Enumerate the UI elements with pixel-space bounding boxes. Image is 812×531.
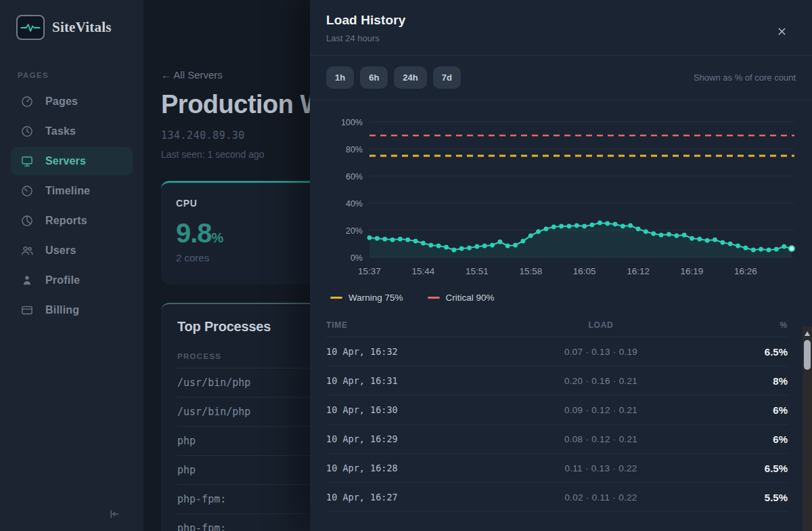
svg-text:60%: 60%: [346, 172, 363, 182]
row-percent: 8%: [727, 375, 788, 387]
row-percent: 6.5%: [727, 463, 788, 474]
row-load: 0.08 · 0.12 · 0.21: [475, 434, 727, 444]
range-button-6h[interactable]: 6h: [360, 66, 388, 89]
svg-text:40%: 40%: [346, 199, 363, 209]
legend-swatch-icon: [428, 297, 440, 299]
collapse-left-icon: [107, 507, 120, 521]
range-button-1h[interactable]: 1h: [326, 66, 354, 89]
load-table-row: 10 Apr, 16:300.09 · 0.12 · 0.216%: [326, 396, 788, 425]
sidebar-item-profile[interactable]: Profile: [11, 266, 133, 295]
svg-text:0%: 0%: [351, 253, 363, 263]
load-table-row: 10 Apr, 16:310.20 · 0.16 · 0.218%: [326, 366, 788, 396]
svg-text:16:19: 16:19: [681, 266, 704, 276]
pie-icon: [20, 214, 34, 228]
legend-item: Critical 90%: [428, 293, 495, 303]
gauge-icon: [20, 95, 34, 108]
sidebar-collapse-button[interactable]: [104, 505, 123, 526]
row-load: 0.20 · 0.16 · 0.21: [475, 376, 727, 386]
load-table: TIME LOAD % 10 Apr, 16:320.07 · 0.13 · 0…: [310, 312, 812, 531]
close-modal-button[interactable]: [775, 24, 789, 41]
close-icon: [776, 26, 788, 37]
svg-text:15:51: 15:51: [466, 266, 489, 276]
row-time: 10 Apr, 16:29: [326, 433, 475, 444]
chart-area: 0%20%40%60%80%100%15:3715:4415:5115:5816…: [310, 100, 812, 284]
row-load: 0.07 · 0.13 · 0.19: [475, 347, 727, 357]
load-table-row: 10 Apr, 16:290.08 · 0.12 · 0.216%: [326, 425, 788, 454]
cpu-cores: 2 cores: [176, 252, 323, 263]
back-to-servers-link[interactable]: ← All Servers: [161, 69, 223, 81]
monitor-icon: [20, 154, 34, 168]
sidebar-item-label: Billing: [45, 304, 79, 316]
scrollbar-thumb[interactable]: [804, 340, 811, 370]
row-time: 10 Apr, 16:30: [326, 404, 475, 415]
svg-text:16:26: 16:26: [734, 266, 757, 276]
sidebar-item-label: Servers: [45, 155, 86, 167]
process-list: /usr/bin/php/usr/bin/phpphpphpphp-fpm:ph…: [177, 368, 322, 531]
row-time: 10 Apr, 16:31: [326, 375, 475, 386]
row-percent: 6%: [727, 433, 788, 445]
process-column-header: PROCESS: [177, 352, 322, 368]
modal-subtitle: Last 24 hours: [326, 33, 796, 43]
row-percent: 6%: [727, 404, 788, 416]
row-load: 0.02 · 0.11 · 0.22: [475, 492, 727, 503]
process-row: /usr/bin/php: [177, 368, 322, 398]
cpu-card-label: CPU: [176, 198, 197, 209]
cpu-value: 9.8%: [176, 218, 323, 249]
chart-note: Shown as % of core count: [694, 72, 796, 83]
sidebar-section-label: PAGES: [18, 71, 133, 79]
brand-logo: SiteVitals: [11, 15, 133, 40]
sidebar-item-users[interactable]: Users: [11, 236, 133, 265]
top-processes-title: Top Processes: [177, 319, 322, 335]
process-row: php-fpm:: [177, 485, 322, 514]
col-pct: %: [727, 320, 788, 330]
svg-text:16:12: 16:12: [627, 266, 650, 276]
sidebar-item-label: Tasks: [45, 125, 76, 137]
legend-swatch-icon: [330, 297, 342, 299]
sidebar-nav: PagesTasksServersTimelineReportsUsersPro…: [11, 87, 133, 324]
modal-header: Load History Last 24 hours: [310, 0, 812, 56]
process-row: php: [177, 427, 322, 456]
sidebar-item-label: Profile: [45, 274, 80, 286]
sidebar-item-billing[interactable]: Billing: [11, 296, 133, 324]
process-row: /usr/bin/php: [177, 398, 322, 427]
range-button-7d[interactable]: 7d: [433, 66, 461, 89]
load-table-header: TIME LOAD %: [326, 312, 788, 337]
legend-label: Critical 90%: [446, 293, 495, 303]
legend-label: Warning 75%: [348, 293, 403, 303]
pulse-logo-icon: [16, 15, 45, 40]
sidebar-item-tasks[interactable]: Tasks: [11, 117, 133, 146]
row-percent: 5.5%: [727, 492, 788, 503]
sidebar-item-reports[interactable]: Reports: [11, 207, 133, 235]
load-table-body: 10 Apr, 16:320.07 · 0.13 · 0.196.5%10 Ap…: [326, 337, 788, 512]
svg-text:15:58: 15:58: [519, 266, 542, 276]
scrollbar-up-arrow-icon[interactable]: [805, 331, 810, 336]
modal-title: Load History: [326, 13, 796, 28]
sidebar-item-timeline[interactable]: Timeline: [11, 177, 133, 205]
process-row: php: [177, 456, 322, 485]
sidebar-item-label: Reports: [45, 215, 87, 227]
col-time: TIME: [326, 320, 475, 330]
row-load: 0.09 · 0.12 · 0.21: [475, 405, 727, 415]
col-load: LOAD: [475, 320, 727, 330]
table-scrollbar[interactable]: [803, 326, 812, 531]
range-button-24h[interactable]: 24h: [394, 66, 426, 89]
history-icon: [20, 184, 34, 198]
sidebar-item-pages[interactable]: Pages: [11, 87, 133, 116]
svg-text:80%: 80%: [346, 145, 363, 154]
load-table-row: 10 Apr, 16:270.02 · 0.11 · 0.225.5%: [326, 483, 788, 512]
time-range-group: 1h6h24h7d: [326, 66, 461, 89]
svg-text:20%: 20%: [346, 226, 363, 236]
clock-icon: [20, 125, 34, 138]
row-percent: 6.5%: [727, 346, 788, 358]
sidebar-item-servers[interactable]: Servers: [11, 147, 133, 175]
row-time: 10 Apr, 16:28: [326, 463, 475, 473]
svg-text:15:37: 15:37: [358, 266, 381, 276]
process-row: php-fpm:: [177, 514, 322, 531]
sidebar: SiteVitals PAGES PagesTasksServersTimeli…: [0, 0, 143, 531]
users-icon: [20, 244, 34, 257]
sidebar-item-label: Timeline: [45, 185, 90, 197]
sidebar-item-label: Pages: [45, 95, 78, 108]
chart-legend: Warning 75%Critical 90%: [310, 284, 812, 312]
svg-text:100%: 100%: [341, 118, 363, 127]
legend-item: Warning 75%: [330, 293, 403, 303]
